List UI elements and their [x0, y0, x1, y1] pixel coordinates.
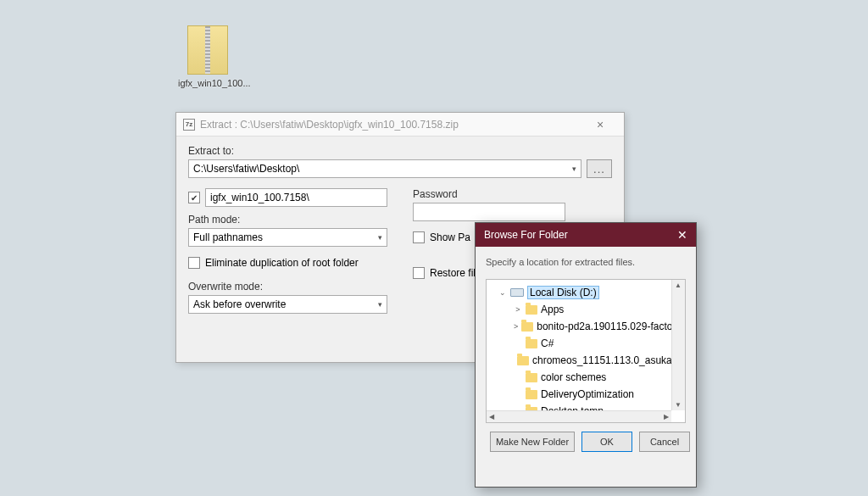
overwrite-mode-select[interactable]: Ask before overwrite ▾	[188, 295, 387, 314]
tree-item-label: chromeos_11151.113.0_asuka_rec	[532, 354, 686, 366]
tree-item-label: DeliveryOptimization	[541, 388, 634, 400]
tree-root[interactable]: ⌄ Local Disk (D:)	[498, 284, 683, 301]
desktop-file-label: igfx_win10_100...	[178, 78, 237, 88]
browse-folder-dialog: Browse For Folder ✕ Specify a location f…	[475, 222, 697, 488]
cancel-button[interactable]: Cancel	[639, 432, 690, 452]
overwrite-mode-label: Overwrite mode:	[188, 281, 387, 293]
7zip-app-icon: 7z	[183, 119, 195, 131]
tree-root-label: Local Disk (D:)	[527, 286, 599, 299]
password-input[interactable]	[413, 203, 565, 221]
make-new-folder-button[interactable]: Make New Folder	[490, 432, 575, 452]
chevron-right-icon[interactable]: >	[514, 305, 522, 314]
tree-item[interactable]: chromeos_11151.113.0_asuka_rec	[514, 352, 683, 369]
chevron-down-icon: ▾	[572, 164, 576, 173]
tree-item-label: C#	[541, 337, 554, 349]
restore-checkbox[interactable]	[413, 267, 425, 279]
browse-title: Browse For Folder	[484, 229, 568, 241]
tree-item-label: color schemes	[541, 371, 606, 383]
scrollbar-vertical[interactable]	[671, 280, 685, 410]
tree-item[interactable]: DeliveryOptimization	[514, 386, 683, 403]
chevron-down-icon: ▾	[378, 300, 382, 309]
tree-item-label: bonito-pd2a.190115.029-factory-	[537, 320, 684, 332]
eliminate-dup-checkbox[interactable]	[188, 257, 200, 269]
extract-to-value: C:\Users\fatiw\Desktop\	[193, 163, 299, 175]
zip-file-icon	[187, 25, 228, 75]
subfolder-checkbox[interactable]: ✔	[188, 192, 200, 203]
password-label: Password	[413, 188, 612, 200]
folder-icon	[526, 339, 537, 348]
close-icon[interactable]: ×	[583, 118, 617, 131]
subfolder-input[interactable]	[205, 188, 387, 207]
close-icon[interactable]: ✕	[677, 228, 687, 242]
browse-titlebar[interactable]: Browse For Folder ✕	[476, 223, 696, 247]
folder-icon	[526, 390, 537, 399]
extract-title: Extract : C:\Users\fatiw\Desktop\igfx_wi…	[200, 119, 583, 131]
chevron-down-icon[interactable]: ⌄	[498, 288, 507, 297]
tree-item[interactable]: C#	[514, 335, 683, 352]
eliminate-dup-label: Eliminate duplication of root folder	[205, 257, 359, 269]
folder-icon	[517, 356, 529, 365]
folder-icon	[521, 322, 533, 332]
tree-item-label: Apps	[541, 304, 564, 315]
show-password-label: Show Pa	[430, 231, 470, 243]
chevron-right-icon[interactable]: >	[514, 322, 518, 331]
tree-item[interactable]: color schemes	[514, 369, 683, 386]
folder-icon	[526, 305, 537, 315]
tree-item[interactable]: > Apps	[514, 301, 683, 318]
folder-icon	[526, 373, 537, 382]
extract-titlebar[interactable]: 7z Extract : C:\Users\fatiw\Desktop\igfx…	[176, 113, 624, 137]
drive-icon	[510, 288, 524, 297]
ok-button[interactable]: OK	[581, 432, 632, 452]
overwrite-mode-value: Ask before overwrite	[193, 298, 286, 310]
scrollbar-horizontal[interactable]	[487, 410, 671, 422]
path-mode-value: Full pathnames	[193, 231, 263, 243]
tree-item[interactable]: > bonito-pd2a.190115.029-factory-	[514, 318, 683, 335]
show-password-checkbox[interactable]	[413, 231, 425, 243]
browse-instruction: Specify a location for extracted files.	[486, 257, 686, 267]
desktop-file[interactable]: igfx_win10_100...	[178, 25, 237, 88]
chevron-down-icon: ▾	[378, 233, 382, 242]
browse-button[interactable]: ...	[587, 159, 612, 178]
path-mode-select[interactable]: Full pathnames ▾	[188, 228, 387, 247]
folder-tree[interactable]: ⌄ Local Disk (D:) > Apps > bonito-pd2a.1…	[486, 279, 686, 423]
extract-to-label: Extract to:	[188, 145, 612, 157]
extract-to-field[interactable]: C:\Users\fatiw\Desktop\ ▾	[188, 159, 581, 178]
path-mode-label: Path mode:	[188, 214, 387, 226]
restore-label: Restore file	[430, 267, 481, 279]
